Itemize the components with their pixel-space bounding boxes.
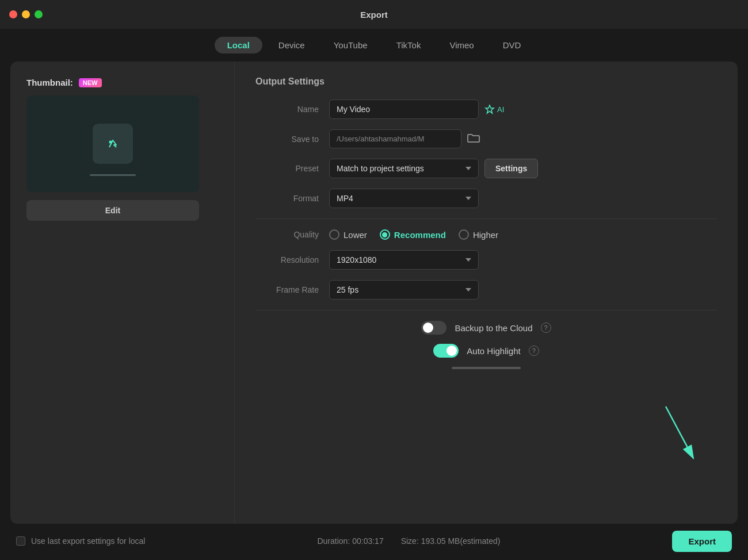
name-input[interactable] — [329, 99, 479, 119]
backup-row: Backup to the Cloud ? — [255, 321, 717, 335]
frame-rate-control: 25 fps — [329, 280, 717, 300]
quality-label: Quality — [255, 230, 319, 239]
auto-highlight-toggle-knob — [446, 346, 457, 356]
tab-dvd[interactable]: DVD — [490, 37, 534, 53]
quality-control: Lower Recommend Higher — [329, 229, 717, 240]
folder-button[interactable] — [467, 132, 480, 145]
ai-button[interactable]: AI — [484, 104, 504, 114]
right-panel: Output Settings Name AI Save to — [235, 62, 738, 524]
size-label: Size: 193.05 MB(estimated) — [401, 536, 501, 546]
format-label: Format — [255, 194, 319, 203]
quality-higher-radio — [459, 229, 469, 240]
save-to-input[interactable] — [329, 129, 461, 148]
divider-2 — [255, 310, 717, 310]
bottom-bar: Use last export settings for local Durat… — [0, 524, 748, 558]
close-button[interactable] — [9, 10, 17, 18]
output-settings-title: Output Settings — [255, 76, 717, 87]
quality-recommend-radio — [380, 229, 390, 240]
auto-highlight-row: Auto Highlight ? — [255, 344, 717, 358]
window-controls — [9, 10, 43, 18]
auto-highlight-help-icon[interactable]: ? — [529, 346, 539, 356]
export-button[interactable]: Export — [672, 531, 732, 552]
tab-tiktok[interactable]: TikTok — [384, 37, 434, 53]
minimize-button[interactable] — [22, 10, 30, 18]
duration-label: Duration: 00:03:17 — [317, 536, 383, 546]
save-to-row: Save to — [255, 129, 717, 148]
name-control: AI — [329, 99, 717, 119]
format-select[interactable]: MP4 — [329, 189, 479, 208]
backup-toggle[interactable] — [421, 321, 446, 335]
tab-local[interactable]: Local — [215, 37, 262, 53]
edit-button[interactable]: Edit — [26, 200, 199, 221]
preset-label: Preset — [255, 164, 319, 173]
window-title: Export — [360, 10, 388, 20]
quality-group: Lower Recommend Higher — [329, 229, 498, 240]
auto-highlight-label: Auto Highlight — [467, 346, 520, 356]
settings-button[interactable]: Settings — [484, 159, 538, 178]
save-to-label: Save to — [255, 135, 319, 144]
save-to-control — [329, 129, 717, 148]
tab-device[interactable]: Device — [266, 37, 318, 53]
quality-higher-option[interactable]: Higher — [459, 229, 498, 240]
left-panel: Thumbnail: NEW Edit — [10, 62, 235, 524]
thumbnail-preview — [26, 95, 199, 192]
quality-lower-label: Lower — [344, 230, 367, 240]
svg-line-3 — [666, 406, 693, 458]
bottom-info: Duration: 00:03:17 Size: 193.05 MB(estim… — [317, 536, 500, 546]
arrow-annotation — [654, 401, 706, 472]
tab-youtube[interactable]: YouTube — [321, 37, 380, 53]
format-row: Format MP4 — [255, 189, 717, 208]
last-export-checkbox[interactable] — [16, 536, 25, 546]
quality-recommend-option[interactable]: Recommend — [380, 229, 446, 240]
last-export-label: Use last export settings for local — [31, 536, 145, 546]
ai-label: AI — [497, 105, 504, 114]
tabs-bar: Local Device YouTube TikTok Vimeo DVD — [0, 29, 748, 62]
scroll-indicator — [452, 367, 521, 369]
svg-rect-0 — [104, 135, 122, 153]
thumbnail-section-header: Thumbnail: NEW — [26, 78, 218, 87]
preset-row: Preset Match to project settings Setting… — [255, 159, 717, 178]
thumbnail-icon — [93, 124, 133, 164]
quality-lower-radio — [329, 229, 339, 240]
preset-select[interactable]: Match to project settings — [329, 159, 479, 178]
quality-row: Quality Lower Recommend Higher — [255, 229, 717, 240]
checkbox-row: Use last export settings for local — [16, 536, 145, 546]
resolution-control: 1920x1080 — [329, 250, 717, 270]
format-control: MP4 — [329, 189, 717, 208]
resolution-row: Resolution 1920x1080 — [255, 250, 717, 270]
frame-rate-label: Frame Rate — [255, 285, 319, 294]
resolution-select[interactable]: 1920x1080 — [329, 250, 479, 270]
auto-highlight-toggle[interactable] — [433, 344, 459, 358]
thumbnail-label-text: Thumbnail: — [26, 78, 73, 87]
frame-rate-row: Frame Rate 25 fps — [255, 280, 717, 300]
thumbnail-line — [90, 174, 136, 176]
maximize-button[interactable] — [35, 10, 43, 18]
preset-control: Match to project settings Settings — [329, 159, 717, 178]
name-row: Name AI — [255, 99, 717, 119]
divider-1 — [255, 218, 717, 219]
backup-toggle-knob — [423, 323, 433, 333]
name-label: Name — [255, 105, 319, 114]
quality-lower-option[interactable]: Lower — [329, 229, 367, 240]
quality-higher-label: Higher — [473, 230, 498, 240]
backup-label: Backup to the Cloud — [455, 323, 532, 333]
quality-recommend-label: Recommend — [394, 230, 446, 240]
main-content: Thumbnail: NEW Edit Output Settings Name — [10, 62, 738, 524]
frame-rate-select[interactable]: 25 fps — [329, 280, 479, 300]
backup-help-icon[interactable]: ? — [541, 323, 551, 333]
titlebar: Export — [0, 0, 748, 29]
resolution-label: Resolution — [255, 255, 319, 264]
svg-point-1 — [109, 141, 112, 144]
tab-vimeo[interactable]: Vimeo — [437, 37, 486, 53]
new-badge: NEW — [79, 78, 102, 87]
